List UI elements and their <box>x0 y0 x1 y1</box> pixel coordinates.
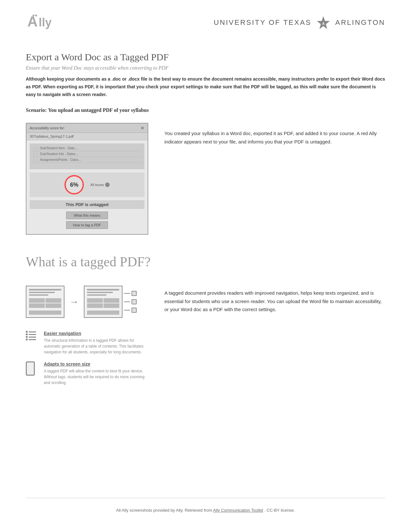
doc-cell <box>29 298 45 303</box>
dialog-filename: 307syllabus_Spring17-1.pdf <box>26 133 148 140</box>
nav-line <box>29 337 36 338</box>
doc-line <box>87 289 119 290</box>
untagged-message: This PDF is untagged <box>30 200 144 209</box>
doc-img <box>87 310 119 315</box>
page-subtitle: Ensure that your Word Doc stays accessib… <box>26 65 385 71</box>
uta-text: UNIVERSITY OF TEXAS <box>214 18 311 27</box>
tagged-pdf-image: → <box>26 282 148 386</box>
page-title: Export a Word Doc as a Tagged PDF <box>26 52 385 63</box>
feature-item-navigation: Easier navigation The structural informa… <box>26 331 148 355</box>
arrow-icon: → <box>69 296 79 307</box>
course-item: ⋮⋮Sub/Student Info - Dates.... <box>32 151 142 157</box>
doc-cell <box>87 298 103 303</box>
ally-dialog-mock: Accessibility score for: ✕ 307syllabus_S… <box>26 123 148 235</box>
feature-item-screen: Adapts to screen size A tagged PDF will … <box>26 361 148 386</box>
phone-icon <box>26 361 39 376</box>
untagged-doc-icon <box>26 286 64 318</box>
doc-table <box>29 298 61 308</box>
feature-title-navigation: Easier navigation <box>44 331 148 336</box>
nav-dot <box>26 333 28 335</box>
score-area: 6% All issues <box>30 172 144 197</box>
svg-point-3 <box>35 15 37 16</box>
feature-title-screen: Adapts to screen size <box>44 361 148 367</box>
course-list: ⋮⋮Sub/Student Item - Date.... ⋮⋮Sub/Stud… <box>30 143 144 169</box>
circle-icon <box>105 182 110 187</box>
ally-logo: A lly <box>26 13 64 32</box>
tagged-doc-icon <box>84 286 122 318</box>
feature-desc-screen: A tagged PDF will allow the content to b… <box>44 368 148 386</box>
tagged-pdf-section: What is a tagged PDF? <box>26 254 385 386</box>
footer-text: All Ally screenshots provided by Ally. R… <box>116 508 212 513</box>
feature-content-navigation: Easier navigation The structural informa… <box>44 331 148 355</box>
page-header: A lly UNIVERSITY OF TEXAS A ARLINGTON <box>26 13 385 35</box>
score-circle: 6% <box>64 175 84 194</box>
dialog-title: Accessibility score for: <box>30 126 65 130</box>
dialog-body: ⋮⋮Sub/Student Item - Date.... ⋮⋮Sub/Stud… <box>26 140 148 234</box>
scenario-section: Accessibility score for: ✕ 307syllabus_S… <box>26 123 385 235</box>
feature-desc-navigation: The structural information in a tagged P… <box>44 338 148 355</box>
dialog-titlebar: Accessibility score for: ✕ <box>26 123 148 133</box>
nav-line <box>29 339 36 340</box>
doc-cell <box>45 298 61 303</box>
doc-table <box>87 298 119 308</box>
main-content: Export a Word Doc as a Tagged PDF Ensure… <box>26 52 385 498</box>
doc-cell <box>45 303 61 308</box>
doc-cell <box>87 303 103 308</box>
scenario-label: Scenario: You upload an untagged PDF of … <box>26 107 385 113</box>
uta-city: ARLINGTON <box>335 18 385 27</box>
doc-transform-diagram: → <box>26 282 148 321</box>
svg-text:lly: lly <box>39 16 52 29</box>
features-list: Easier navigation The structural informa… <box>26 331 148 386</box>
how-to-tag-button[interactable]: How to tag a PDF <box>66 221 108 229</box>
nav-dot <box>26 331 28 333</box>
doc-line <box>87 294 106 296</box>
section-title: What is a tagged PDF? <box>26 254 385 270</box>
footer: All Ally screenshots provided by Ally. R… <box>26 498 385 513</box>
doc-img <box>29 310 61 315</box>
ally-dialog-image: Accessibility score for: ✕ 307syllabus_S… <box>26 123 148 235</box>
footer-suffix: . CC-BY license. <box>264 508 295 513</box>
svg-point-2 <box>33 15 34 16</box>
nav-dot <box>26 339 28 340</box>
svg-text:A: A <box>322 22 324 25</box>
course-item: ⋮⋮AssignmentsPoints - Class... <box>32 157 142 163</box>
doc-cell <box>103 303 119 308</box>
doc-line <box>29 289 61 290</box>
course-item: ⋮⋮Sub/Student Item - Date.... <box>32 145 142 151</box>
doc-cell <box>103 298 119 303</box>
close-icon[interactable]: ✕ <box>141 125 144 131</box>
footer-link[interactable]: Ally Communication Toolkit <box>213 508 263 513</box>
phone-shape <box>26 361 35 376</box>
all-issues: All issues <box>90 182 109 187</box>
feature-content-screen: Adapts to screen size A tagged PDF will … <box>44 361 148 386</box>
tagged-pdf-description: A tagged document provides readers with … <box>164 282 385 314</box>
doc-line <box>87 292 113 293</box>
list-icon <box>26 331 39 340</box>
doc-line <box>29 292 55 293</box>
scenario-description: You created your syllabus in a Word doc,… <box>164 123 385 146</box>
doc-line <box>29 294 48 296</box>
doc-cell <box>29 303 45 308</box>
intro-text: Although keeping your documents as a .do… <box>26 75 385 98</box>
tagged-pdf-content: → <box>26 282 385 386</box>
nav-line <box>29 331 36 332</box>
what-this-means-button[interactable]: What this means <box>66 212 108 219</box>
nav-dot <box>26 336 28 338</box>
nav-line <box>29 334 36 335</box>
uta-logo: UNIVERSITY OF TEXAS A ARLINGTON <box>214 15 385 31</box>
